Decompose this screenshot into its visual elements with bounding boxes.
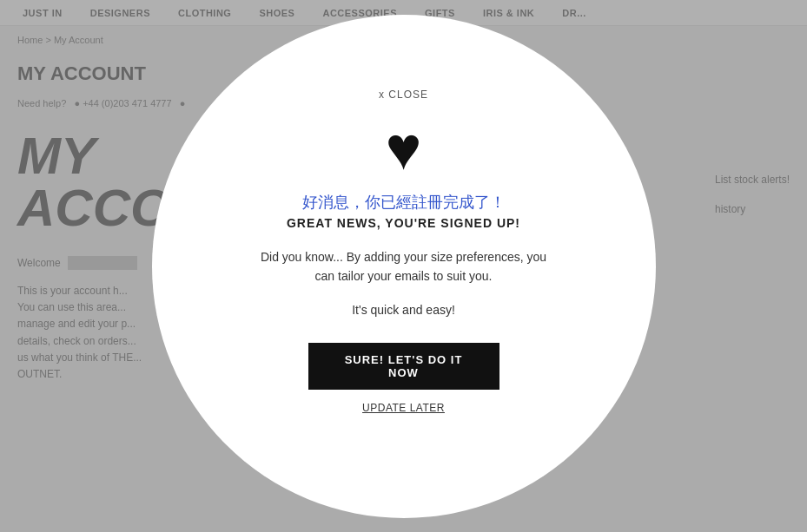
heart-icon: ♥ [386, 118, 422, 179]
modal-dialog: x CLOSE ♥ 好消息，你已經註冊完成了！ GREAT NEWS, YOU'… [152, 15, 656, 518]
quick-easy-text: It's quick and easy! [352, 303, 455, 317]
modal-overlay: x CLOSE ♥ 好消息，你已經註冊完成了！ GREAT NEWS, YOU'… [0, 0, 807, 532]
chinese-headline: 好消息，你已經註冊完成了！ [302, 192, 506, 213]
close-button[interactable]: x CLOSE [379, 89, 428, 101]
signed-up-headline: GREAT NEWS, YOU'RE SIGNED UP! [287, 216, 520, 230]
cta-button[interactable]: SURE! LET'S DO IT NOW [308, 343, 499, 390]
update-later-link[interactable]: UPDATE LATER [362, 402, 445, 414]
description-text: Did you know... By adding your size pref… [256, 247, 552, 286]
